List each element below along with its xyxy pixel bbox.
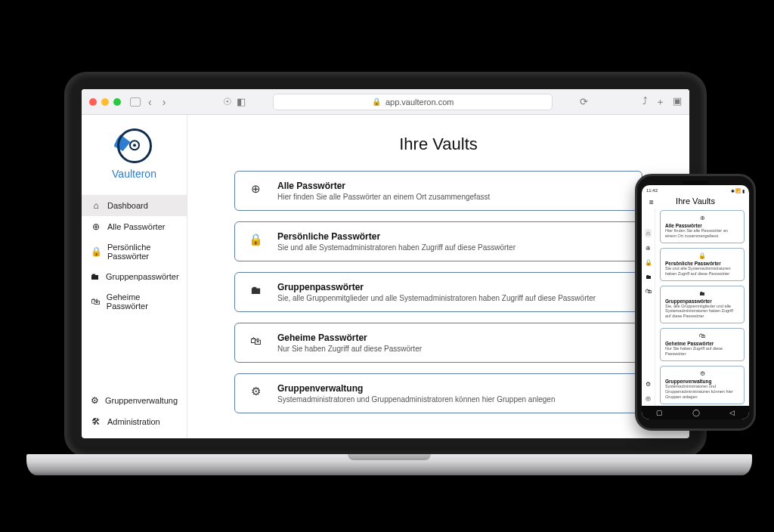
laptop-base bbox=[26, 454, 752, 475]
phone-rail-icon[interactable]: 🔒 bbox=[645, 259, 652, 266]
minimize-window-icon[interactable] bbox=[101, 98, 109, 106]
folder-icon: 🖿 bbox=[247, 282, 264, 296]
window-controls[interactable] bbox=[89, 98, 121, 106]
sidebar-item-label: Administration bbox=[107, 417, 160, 426]
card-icon: 🛍 bbox=[665, 332, 739, 339]
card-title: Persönliche Passwörter bbox=[277, 231, 515, 242]
share-icon[interactable]: ⤴ bbox=[642, 95, 648, 109]
card-title: Alle Passwörter bbox=[277, 181, 490, 191]
vault-card[interactable]: 🖿GruppenpasswörterSie, alle Gruppenmitgl… bbox=[234, 272, 642, 312]
card-title: Gruppenverwaltung bbox=[277, 383, 555, 394]
menu-icon[interactable]: ≡ bbox=[649, 198, 654, 206]
reload-icon[interactable]: ⟳ bbox=[580, 96, 588, 107]
card-title: Persönliche Passwörter bbox=[665, 261, 739, 266]
card-subtitle: Hier finden Sie alle Passwörter an einem… bbox=[665, 228, 739, 239]
admin-icon: 🛠 bbox=[91, 416, 101, 427]
sidebar-item-label: Dashboard bbox=[107, 201, 148, 210]
card-icon: ⚙ bbox=[665, 370, 739, 377]
brand-logo-icon bbox=[117, 128, 152, 163]
zoom-window-icon[interactable] bbox=[113, 98, 121, 106]
sidebar-item-admin[interactable]: 🛠Administration bbox=[82, 411, 187, 432]
card-subtitle: Sie, alle Gruppenmitglieder und alle Sys… bbox=[277, 294, 596, 302]
phone-nav-recent-icon[interactable]: ▢ bbox=[656, 409, 663, 416]
phone-card-list: ⊕Alle PasswörterHier finden Sie alle Pas… bbox=[655, 209, 749, 406]
phone-rail-icon[interactable]: ⚙ bbox=[646, 381, 651, 388]
phone-vault-card[interactable]: ⚙GruppenverwaltungSystemadministratoren … bbox=[660, 366, 745, 404]
sidebar-item-label: Alle Passwörter bbox=[107, 222, 165, 231]
card-subtitle: Sie und alle Systemadministratoren haben… bbox=[277, 243, 515, 252]
phone-nav-bar: ▢ ◯ ◁ bbox=[642, 406, 749, 419]
forward-button[interactable]: › bbox=[159, 96, 169, 108]
sidebar: Vaulteron ⌂Dashboard⊕Alle Passwörter🔒Per… bbox=[82, 115, 187, 438]
sidebar-item-folder[interactable]: 🖿Gruppenpasswörter bbox=[82, 266, 187, 287]
phone-status-icons: ✱ 📶 ▮ bbox=[731, 188, 745, 193]
card-title: Alle Passwörter bbox=[665, 223, 739, 228]
vault-card[interactable]: ⊕Alle PasswörterHier finden Sie alle Pas… bbox=[234, 171, 642, 211]
vault-card-list: ⊕Alle PasswörterHier finden Sie alle Pas… bbox=[206, 171, 671, 413]
phone-rail-icon[interactable]: ⌂ bbox=[645, 229, 652, 237]
shield-icon[interactable]: ◧ bbox=[237, 96, 246, 107]
laptop-screen: ‹ › ☉ ◧ 🔒 app.vaulteron.com ⟳ ⤴ ＋ ▣ bbox=[82, 89, 689, 438]
close-window-icon[interactable] bbox=[89, 98, 97, 106]
new-tab-icon[interactable]: ＋ bbox=[655, 95, 665, 109]
phone-nav-home-icon[interactable]: ◯ bbox=[692, 409, 700, 416]
card-title: Geheime Passwörter bbox=[277, 332, 422, 343]
sidebar-item-secret[interactable]: 🛍Geheime Passwörter bbox=[82, 287, 187, 316]
globe-icon: ⊕ bbox=[91, 221, 101, 232]
phone-rail-icon[interactable]: 🛍 bbox=[646, 288, 652, 295]
card-subtitle: Nur Sie haben Zugriff auf diese Passwört… bbox=[665, 346, 739, 357]
card-title: Gruppenverwaltung bbox=[665, 379, 739, 384]
back-button[interactable]: ‹ bbox=[145, 96, 155, 108]
sidebar-item-label: Gruppenpasswörter bbox=[106, 272, 179, 281]
sidebar-item-globe[interactable]: ⊕Alle Passwörter bbox=[82, 216, 187, 237]
sidebar-nav-bottom: ⚙Gruppenverwaltung🛠Administration bbox=[82, 390, 187, 438]
sidebar-toggle-icon[interactable] bbox=[130, 97, 141, 107]
sidebar-nav-top: ⌂Dashboard⊕Alle Passwörter🔒Persönliche P… bbox=[82, 195, 187, 316]
card-title: Gruppenpasswörter bbox=[665, 298, 739, 304]
address-bar[interactable]: 🔒 app.vaulteron.com bbox=[273, 94, 553, 110]
sidebar-item-label: Geheime Passwörter bbox=[107, 292, 178, 311]
vault-card[interactable]: 🛍Geheime PasswörterNur Sie haben Zugriff… bbox=[234, 323, 642, 363]
card-subtitle: Nur Sie haben Zugriff auf diese Passwört… bbox=[277, 345, 422, 353]
home-icon: ⌂ bbox=[91, 200, 101, 211]
card-subtitle: Systemadministratoren und Gruppenadminis… bbox=[665, 384, 739, 400]
phone-rail-icon[interactable]: ⊕ bbox=[646, 245, 651, 252]
sidebar-item-lock[interactable]: 🔒Persönliche Passwörter bbox=[82, 237, 187, 266]
phone-vault-card[interactable]: 🔒Persönliche PasswörterSie und alle Syst… bbox=[660, 248, 745, 281]
brand-name: Vaulteron bbox=[112, 168, 156, 180]
secret-icon: 🛍 bbox=[247, 332, 264, 347]
org-icon: ⚙ bbox=[91, 395, 99, 406]
vault-card[interactable]: 🔒Persönliche PasswörterSie und alle Syst… bbox=[234, 221, 642, 261]
brand[interactable]: Vaulteron bbox=[82, 115, 187, 195]
main-content: Ihre Vaults ⊕Alle PasswörterHier finden … bbox=[187, 115, 689, 438]
card-icon: ⊕ bbox=[665, 215, 739, 221]
card-subtitle: Sie, alle Gruppenmitglieder und alle Sys… bbox=[665, 304, 739, 320]
tabs-icon[interactable]: ▣ bbox=[673, 95, 682, 109]
phone-vault-card[interactable]: 🖿GruppenpasswörterSie, alle Gruppenmitgl… bbox=[660, 286, 745, 324]
phone-frame: 11:42 ✱ 📶 ▮ ≡ Ihre Vaults ⌂⊕🔒🖿🛍⚙◎ ⊕Alle … bbox=[635, 174, 756, 431]
vault-card[interactable]: ⚙GruppenverwaltungSystemadministratoren … bbox=[234, 373, 642, 413]
laptop-frame: ‹ › ☉ ◧ 🔒 app.vaulteron.com ⟳ ⤴ ＋ ▣ bbox=[64, 72, 707, 457]
app-root: Vaulteron ⌂Dashboard⊕Alle Passwörter🔒Per… bbox=[82, 115, 689, 438]
phone-vault-card[interactable]: ⊕Alle PasswörterHier finden Sie alle Pas… bbox=[660, 210, 745, 243]
lock-icon: 🔒 bbox=[372, 97, 381, 106]
phone-rail-icon[interactable]: 🖿 bbox=[646, 274, 652, 280]
card-title: Gruppenpasswörter bbox=[277, 282, 596, 292]
card-icon: 🖿 bbox=[665, 290, 739, 297]
phone-nav-back-icon[interactable]: ◁ bbox=[729, 409, 735, 416]
folder-icon: 🖿 bbox=[91, 271, 100, 282]
globe-icon: ⊕ bbox=[247, 181, 264, 196]
lock-icon: 🔒 bbox=[91, 246, 101, 257]
secret-icon: 🛍 bbox=[91, 296, 101, 307]
sidebar-item-home[interactable]: ⌂Dashboard bbox=[82, 195, 187, 216]
sidebar-item-label: Persönliche Passwörter bbox=[107, 243, 178, 261]
sidebar-item-org[interactable]: ⚙Gruppenverwaltung bbox=[82, 390, 187, 411]
phone-vault-card[interactable]: 🛍Geheime PasswörterNur Sie haben Zugriff… bbox=[660, 328, 745, 361]
card-subtitle: Sie und alle Systemadministratoren haben… bbox=[665, 266, 739, 277]
lock-icon: 🔒 bbox=[247, 231, 264, 246]
browser-chrome: ‹ › ☉ ◧ 🔒 app.vaulteron.com ⟳ ⤴ ＋ ▣ bbox=[82, 89, 689, 115]
card-subtitle: Systemadministratoren und Gruppenadminis… bbox=[277, 395, 555, 404]
phone-rail-icon[interactable]: ◎ bbox=[646, 395, 651, 402]
phone-status-bar: 11:42 ✱ 📶 ▮ bbox=[642, 185, 749, 196]
privacy-icon[interactable]: ☉ bbox=[223, 96, 232, 107]
